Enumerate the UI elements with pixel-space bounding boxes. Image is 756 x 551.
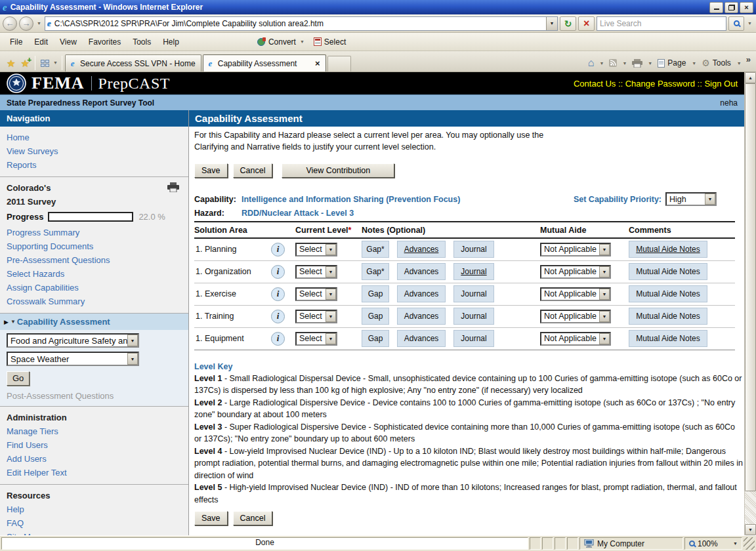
gap-button[interactable]: Gap <box>362 285 389 302</box>
sidebar-item-select-hazards[interactable]: Select Hazards <box>0 267 188 281</box>
info-icon[interactable]: i <box>271 332 285 346</box>
address-field[interactable]: e ▼ <box>45 16 558 31</box>
sidebar-item-edit-helper-text[interactable]: Edit Helper Text <box>0 466 188 480</box>
add-favorite-button[interactable]: ★+ <box>18 54 32 71</box>
toolbar-overflow-chevron[interactable]: » <box>744 54 753 64</box>
sidebar-item-assign-capabilities[interactable]: Assign Capabilities <box>0 281 188 295</box>
gap-button[interactable]: Gap <box>362 308 389 325</box>
mutual-aide-notes-button[interactable]: Mutual Aide Notes <box>629 263 707 280</box>
sidebar-item-pre-assessment-questions[interactable]: Pre-Assessment Questions <box>0 253 188 267</box>
zoom-pane[interactable]: 100% ▼ <box>684 537 742 550</box>
info-icon[interactable]: i <box>271 265 285 279</box>
mutual-aide-select[interactable]: Not Applicable▼ <box>540 332 611 346</box>
print-survey-button[interactable] <box>167 182 179 194</box>
chevron-down-icon[interactable]: ▼ <box>326 244 336 255</box>
save-button[interactable]: Save <box>194 163 228 178</box>
hazard-select[interactable]: Space Weather ▼ <box>7 352 139 366</box>
gap-button[interactable]: Gap* <box>362 241 389 258</box>
print-dropdown[interactable]: ▼ <box>646 61 654 66</box>
home-button[interactable]: ⌂ <box>585 54 597 71</box>
history-dropdown[interactable]: ▼ <box>35 21 43 26</box>
chevron-down-icon[interactable]: ▼ <box>599 244 610 255</box>
resize-grip[interactable] <box>744 537 755 550</box>
menu-tools[interactable]: Tools <box>127 35 157 49</box>
sidebar-item-capability-assessment-selected[interactable]: ▶ ▼ Capability Assessment <box>0 314 188 330</box>
address-dropdown-button[interactable]: ▼ <box>546 17 557 30</box>
sidebar-item-add-users[interactable]: Add Users <box>0 452 188 466</box>
forward-button[interactable]: → <box>19 16 33 31</box>
info-icon[interactable]: i <box>271 243 285 256</box>
chevron-down-icon[interactable]: ▼ <box>127 353 138 365</box>
chevron-down-icon[interactable]: ▼ <box>599 289 610 300</box>
hazard-value-link[interactable]: RDD/Nuclear Attack - Level 3 <box>242 209 354 218</box>
mutual-aide-select[interactable]: Not Applicable▼ <box>540 287 611 301</box>
search-options-dropdown[interactable]: ▼ <box>746 21 753 26</box>
select-button[interactable]: Select <box>310 36 350 48</box>
tab-close-icon[interactable]: × <box>308 58 320 68</box>
page-dropdown[interactable]: ▼ <box>690 61 698 66</box>
account-links[interactable]: Contact Us :: Change Password :: Sign Ou… <box>574 79 738 89</box>
print-button[interactable] <box>629 54 645 71</box>
info-icon[interactable]: i <box>271 310 285 323</box>
view-contribution-button[interactable]: View Contribution <box>282 163 394 178</box>
chevron-down-icon[interactable]: ▼ <box>326 333 336 344</box>
feeds-dropdown[interactable]: ▼ <box>621 61 628 66</box>
save-button-bottom[interactable]: Save <box>194 511 228 525</box>
advances-button[interactable]: Advances <box>397 285 446 302</box>
address-input[interactable] <box>54 19 546 28</box>
chevron-down-icon[interactable]: ▼ <box>326 266 336 277</box>
chevron-down-icon[interactable]: ▼ <box>127 335 138 346</box>
feeds-button[interactable] <box>606 54 620 71</box>
new-tab-stub[interactable] <box>327 56 351 71</box>
tools-dropdown[interactable]: ▼ <box>736 61 743 66</box>
advances-button[interactable]: Advances <box>397 263 446 280</box>
sidebar-item-reports[interactable]: Reports <box>0 158 188 172</box>
close-button[interactable]: × <box>740 2 753 13</box>
chevron-down-icon[interactable]: ▼ <box>705 194 715 205</box>
gap-button[interactable]: Gap <box>362 330 389 347</box>
menu-help[interactable]: Help <box>157 35 185 49</box>
journal-button[interactable]: Journal <box>453 308 494 325</box>
journal-button[interactable]: Journal <box>453 241 494 258</box>
chevron-down-icon[interactable]: ▼ <box>599 333 610 344</box>
sidebar-item-help[interactable]: Help <box>0 502 188 516</box>
current-level-select[interactable]: Select▼ <box>295 310 337 323</box>
sidebar-selected-label[interactable]: Capability Assessment <box>17 317 110 327</box>
sidebar-item-manage-tiers[interactable]: Manage Tiers <box>0 424 188 438</box>
sidebar-item-supporting-documents[interactable]: Supporting Documents <box>0 239 188 253</box>
tools-button[interactable]: ⚙ Tools <box>699 54 734 71</box>
sidebar-item-progress-summary[interactable]: Progress Summary <box>0 226 188 239</box>
capability-select[interactable]: Food and Agriculture Safety an ▼ <box>7 333 139 348</box>
back-button[interactable]: ← <box>3 16 17 31</box>
mutual-aide-select[interactable]: Not Applicable▼ <box>540 265 611 279</box>
tab-ssl-vpn[interactable]: e Secure Access SSL VPN - Home <box>65 54 201 71</box>
search-input[interactable] <box>600 19 723 28</box>
sidebar-item-crosswalk-summary[interactable]: Crosswalk Summary <box>0 295 188 308</box>
mutual-aide-select[interactable]: Not Applicable▼ <box>540 310 611 323</box>
sidebar-item-view-surveys[interactable]: View Surveys <box>0 144 188 158</box>
priority-select[interactable]: High ▼ <box>665 192 717 206</box>
menu-edit[interactable]: Edit <box>28 35 54 49</box>
advances-button[interactable]: Advances <box>397 330 446 347</box>
stop-button[interactable]: × <box>578 16 595 31</box>
capability-value-link[interactable]: Intelligence and Information Sharing (Pr… <box>242 195 460 204</box>
mutual-aide-notes-button[interactable]: Mutual Aide Notes <box>629 285 707 302</box>
home-dropdown[interactable]: ▼ <box>598 61 605 66</box>
zoom-dropdown[interactable]: ▼ <box>733 541 738 546</box>
chevron-down-icon[interactable]: ▼ <box>599 266 610 277</box>
gap-button[interactable]: Gap* <box>362 263 389 280</box>
quick-tabs-button[interactable] <box>38 54 52 71</box>
current-level-select[interactable]: Select▼ <box>295 332 337 346</box>
search-box[interactable] <box>597 16 726 31</box>
menu-file[interactable]: File <box>4 35 28 49</box>
scrollbar-thumb[interactable] <box>745 83 756 491</box>
restore-button[interactable] <box>724 2 738 13</box>
page-button[interactable]: Page <box>655 54 689 71</box>
mutual-aide-notes-button[interactable]: Mutual Aide Notes <box>629 330 707 347</box>
mutual-aide-notes-button[interactable]: Mutual Aide Notes <box>629 241 707 258</box>
advances-button[interactable]: Advances <box>397 241 446 258</box>
scroll-up-button[interactable]: ▲ <box>745 72 756 83</box>
sidebar-item-faq[interactable]: FAQ <box>0 516 188 530</box>
mutual-aide-select[interactable]: Not Applicable▼ <box>540 243 611 256</box>
scroll-down-button[interactable]: ▼ <box>745 524 756 535</box>
